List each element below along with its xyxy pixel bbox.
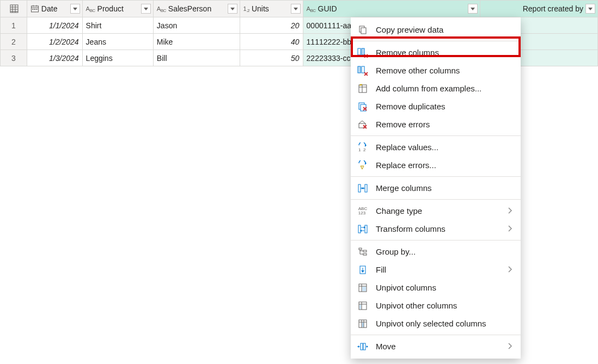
table-icon (10, 4, 19, 13)
svg-rect-21 (358, 48, 361, 55)
date-type-icon (30, 4, 39, 13)
svg-rect-46 (363, 250, 367, 252)
menu-remove-duplicates[interactable]: Remove duplicates (351, 97, 521, 115)
group-by-icon (357, 246, 368, 257)
menu-fill[interactable]: Fill (351, 261, 521, 279)
cell-date[interactable]: 1/3/2024 (27, 50, 82, 66)
select-all-header[interactable] (1, 1, 27, 17)
svg-rect-22 (362, 48, 364, 55)
menu-replace-errors[interactable]: ! Replace errors... (351, 156, 521, 174)
svg-rect-23 (358, 66, 361, 73)
svg-rect-25 (359, 85, 367, 92)
svg-marker-18 (588, 8, 593, 10)
svg-marker-17 (471, 8, 475, 10)
text-type-icon: ABC (86, 5, 95, 12)
menu-transform-columns[interactable]: Transform columns (351, 220, 521, 238)
filter-button[interactable] (70, 4, 80, 14)
menu-separator (351, 135, 521, 136)
text-type-icon: ABC (157, 5, 166, 12)
svg-rect-37 (358, 184, 361, 192)
row-number: 2 (1, 34, 27, 50)
column-header-salesperson[interactable]: ABC SalesPerson (153, 1, 240, 17)
cell-product[interactable]: Leggins (82, 50, 153, 66)
chevron-right-icon (508, 224, 513, 233)
filter-button[interactable] (291, 4, 301, 14)
cell-date[interactable]: 1/2/2024 (27, 34, 82, 50)
svg-marker-66 (357, 346, 359, 348)
svg-rect-58 (359, 305, 361, 309)
menu-unpivot-columns[interactable]: Unpivot columns (351, 279, 521, 297)
menu-label: Add column from examples... (376, 84, 513, 93)
svg-marker-40 (362, 187, 364, 189)
cell-salesperson[interactable]: Mike (153, 34, 240, 50)
cell-salesperson[interactable]: Jason (153, 17, 240, 34)
menu-merge-columns[interactable]: Merge columns (351, 179, 521, 197)
remove-duplicates-icon (357, 101, 368, 112)
cell-units[interactable]: 50 (240, 50, 303, 66)
cell-units[interactable]: 20 (240, 17, 303, 34)
cell-product[interactable]: Shirt (82, 17, 153, 34)
row-number: 1 (1, 17, 27, 34)
unpivot-icon (357, 282, 368, 293)
chevron-right-icon (508, 206, 513, 215)
svg-marker-34 (365, 162, 367, 165)
menu-remove-columns[interactable]: Remove columns (351, 44, 521, 61)
cell-date[interactable]: 1/1/2024 (27, 17, 82, 34)
svg-text:1: 1 (358, 147, 361, 152)
column-header-report-created-by[interactable]: Report created by (480, 1, 598, 17)
filter-button[interactable] (468, 4, 478, 14)
cell-salesperson[interactable]: Bill (153, 50, 240, 66)
menu-label: Remove other columns (376, 66, 513, 75)
menu-label: Unpivot only selected columns (376, 319, 513, 328)
add-column-icon (357, 83, 368, 94)
menu-change-type[interactable]: ABC123 Change type (351, 202, 521, 220)
column-label: Units (252, 4, 289, 13)
menu-label: Transform columns (376, 224, 500, 233)
menu-separator (351, 240, 521, 240)
svg-rect-38 (365, 184, 367, 192)
menu-remove-other-columns[interactable]: Remove other columns (351, 61, 521, 79)
filter-button[interactable] (585, 4, 595, 14)
filter-button[interactable] (228, 4, 237, 14)
menu-separator (351, 176, 521, 177)
svg-rect-63 (362, 323, 364, 327)
copy-icon (357, 24, 368, 35)
menu-separator (351, 335, 521, 335)
svg-rect-11 (34, 9, 35, 10)
number-type-icon: 1.2 (243, 5, 249, 12)
remove-errors-icon (357, 119, 368, 130)
column-header-units[interactable]: 1.2 Units (240, 1, 303, 17)
replace-errors-icon: ! (357, 160, 368, 171)
menu-label: Replace errors... (376, 161, 513, 170)
svg-rect-10 (32, 9, 33, 10)
column-label: Product (97, 4, 139, 13)
menu-replace-values[interactable]: 12 Replace values... (351, 138, 521, 156)
row-number: 3 (1, 50, 27, 66)
text-type-icon: ABC (307, 5, 316, 12)
column-header-product[interactable]: ABC Product (82, 1, 153, 17)
column-header-date[interactable]: Date (27, 1, 82, 17)
column-context-menu: Copy preview data Remove columns Remove … (351, 17, 521, 359)
menu-label: Replace values... (376, 143, 513, 152)
menu-copy-preview-data[interactable]: Copy preview data (351, 21, 521, 39)
unpivot-selected-icon (357, 318, 368, 329)
column-label: Date (41, 4, 68, 13)
transform-columns-icon (357, 224, 368, 235)
filter-button[interactable] (141, 4, 151, 14)
svg-marker-14 (144, 8, 148, 10)
svg-rect-20 (361, 28, 366, 34)
cell-product[interactable]: Jeans (82, 34, 153, 50)
menu-add-column-from-examples[interactable]: Add column from examples... (351, 79, 521, 97)
menu-unpivot-only-selected-columns[interactable]: Unpivot only selected columns (351, 314, 521, 332)
menu-move[interactable]: Move (351, 337, 521, 355)
menu-separator (351, 199, 521, 200)
svg-rect-45 (359, 248, 362, 250)
menu-unpivot-other-columns[interactable]: Unpivot other columns (351, 297, 521, 314)
menu-label: Move (376, 342, 500, 351)
menu-group-by[interactable]: Group by... (351, 243, 521, 261)
menu-remove-errors[interactable]: Remove errors (351, 115, 521, 133)
menu-label: Change type (376, 206, 500, 215)
cell-units[interactable]: 40 (240, 34, 303, 50)
svg-marker-13 (73, 8, 77, 10)
column-header-guid[interactable]: ABC GUID (303, 1, 480, 17)
